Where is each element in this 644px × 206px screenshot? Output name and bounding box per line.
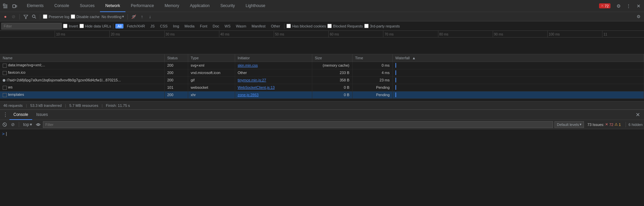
tick-50ms: 50 ms (274, 31, 284, 38)
tab-memory[interactable]: Memory (159, 0, 184, 12)
close-devtools-icon[interactable]: ✕ (635, 2, 643, 10)
col-header-size[interactable]: Size (312, 54, 352, 62)
table-row[interactable]: templates200xhrzone.js:28630 BPending (0, 91, 644, 98)
blocked-requests-label[interactable]: Blocked Requests (327, 24, 363, 28)
dot-icon (3, 79, 5, 82)
network-settings-button[interactable]: ⚙ (635, 13, 642, 20)
console-menu-icon[interactable]: ⋮ (1, 111, 9, 119)
hide-data-urls-label[interactable]: Hide data URLs (79, 24, 111, 28)
has-blocked-cookies-label[interactable]: Has blocked cookies (286, 24, 326, 28)
console-stop-button[interactable]: ⊘ (9, 121, 16, 128)
upload-har-button[interactable]: ↑ (139, 13, 145, 20)
table-row[interactable]: favicon.ico200vnd.microsoft.iconOther233… (0, 69, 644, 76)
tab-console[interactable]: Console (49, 0, 74, 12)
record-button[interactable]: ● (2, 13, 9, 20)
cell-initiator[interactable]: skin.min.css (235, 62, 312, 69)
third-party-checkbox[interactable] (364, 24, 369, 28)
timeline-ruler: 10 ms 20 ms 30 ms 40 ms 50 ms 60 ms 70 m… (0, 31, 644, 38)
download-har-button[interactable]: ↓ (147, 13, 153, 20)
hidden-count: 6 hidden (629, 123, 643, 127)
preserve-log-checkbox[interactable] (43, 14, 47, 19)
tab-performance[interactable]: Performance (125, 0, 159, 12)
invert-label[interactable]: Invert (63, 24, 78, 28)
cell-type: gif (188, 76, 235, 84)
network-table-container[interactable]: Name Status Type Initiator Size (0, 54, 644, 101)
console-tab-console[interactable]: Console (9, 110, 32, 120)
tab-network[interactable]: Network (100, 0, 125, 12)
col-header-initiator[interactable]: Initiator (235, 54, 312, 62)
throttle-dropdown[interactable]: No throttling ▾ (101, 14, 125, 19)
hide-data-urls-checkbox[interactable] (79, 24, 84, 28)
default-levels-dropdown[interactable]: Default levels ▾ (554, 121, 584, 128)
console-cursor[interactable]: | (6, 131, 7, 136)
filter-manifest-button[interactable]: Manifest (250, 24, 268, 28)
search-button[interactable] (31, 13, 37, 20)
filter-other-button[interactable]: Other (269, 24, 282, 28)
chevron-down-icon: ▾ (122, 14, 124, 19)
col-header-name[interactable]: Name (0, 54, 164, 62)
filter-font-button[interactable]: Font (198, 24, 209, 28)
filter-wasm-button[interactable]: Wasm (234, 24, 248, 28)
cell-time: Pending (352, 84, 392, 91)
cell-name: i?aid=2di8j6pg7a9um1bq6sjoma8vov8b0g7gzx… (0, 76, 164, 84)
filter-button[interactable] (22, 13, 29, 20)
has-blocked-cookies-checkbox[interactable] (286, 24, 291, 28)
filter-ws-button[interactable]: WS (223, 24, 233, 28)
tab-application[interactable]: Application (184, 0, 215, 12)
disable-cache-label[interactable]: Disable cache (71, 14, 100, 19)
filter-media-button[interactable]: Media (182, 24, 197, 28)
preserve-log-label[interactable]: Preserve log (43, 14, 69, 19)
filter-img-button[interactable]: Img (171, 24, 181, 28)
row-checkbox-icon[interactable] (3, 71, 7, 75)
cell-initiator[interactable]: WebSocketClient.js:13 (235, 84, 312, 91)
tab-security[interactable]: Security (215, 0, 240, 12)
table-row[interactable]: i?aid=2di8j6pg7a9um1bq6sjoma8vov8b0g7gzx… (0, 76, 644, 84)
tab-elements[interactable]: Elements (21, 0, 49, 12)
clear-console-button[interactable] (1, 121, 8, 128)
cell-initiator[interactable]: zone.js:2863 (235, 91, 312, 98)
filter-all-button[interactable]: All (115, 24, 123, 28)
tick-30ms: 30 ms (164, 31, 175, 38)
inspect-element-icon[interactable] (1, 2, 9, 10)
cell-time: Pending (352, 91, 392, 98)
blocked-requests-checkbox[interactable] (327, 24, 332, 28)
warning-icon: ⚠ (614, 122, 618, 127)
cell-initiator[interactable]: tinymce.min.js:27 (235, 76, 312, 84)
disable-cache-checkbox[interactable] (71, 14, 75, 19)
col-header-time[interactable]: Time (352, 54, 392, 62)
cell-name: templates (0, 91, 164, 98)
table-row[interactable]: ws101websocketWebSocketClient.js:130 BPe… (0, 84, 644, 91)
tab-lighthouse[interactable]: Lighthouse (240, 0, 271, 12)
device-toggle-icon[interactable] (11, 2, 19, 10)
row-checkbox-icon[interactable] (3, 86, 7, 90)
console-tab-issues[interactable]: Issues (32, 110, 52, 120)
console-eye-button[interactable] (35, 121, 42, 128)
console-context-selector[interactable]: top ▾ (22, 121, 34, 128)
row-checkbox-icon[interactable] (3, 64, 7, 68)
invert-checkbox[interactable] (63, 24, 67, 28)
filter-fetch-xhr-button[interactable]: Fetch/XHR (125, 24, 147, 28)
col-header-type[interactable]: Type (188, 54, 235, 62)
wifi-icon[interactable] (130, 13, 137, 20)
col-header-status[interactable]: Status (164, 54, 188, 62)
cell-status: 200 (164, 62, 188, 69)
console-filter-input[interactable] (43, 121, 553, 128)
third-party-label[interactable]: 3rd-party requests (364, 24, 400, 28)
error-count-badge: ✕ 72 (599, 3, 610, 8)
toolbar-separator-2 (40, 14, 40, 19)
close-console-icon[interactable]: ✕ (633, 112, 643, 118)
filter-separator-2 (284, 23, 284, 29)
tab-sources[interactable]: Sources (74, 0, 100, 12)
filter-css-button[interactable]: CSS (158, 24, 170, 28)
stop-recording-button[interactable]: ⊘ (10, 13, 17, 20)
more-options-icon[interactable]: ⋮ (625, 2, 633, 10)
filter-js-button[interactable]: JS (148, 24, 157, 28)
settings-icon[interactable]: ⚙ (614, 2, 623, 10)
row-checkbox-icon[interactable] (3, 93, 7, 97)
col-header-waterfall[interactable]: Waterfall ▲ (392, 54, 644, 62)
waterfall-bar (395, 63, 396, 68)
filter-input[interactable] (1, 23, 62, 29)
table-row[interactable]: data:image/svg+xml;...200svg+xmlskin.min… (0, 62, 644, 69)
filter-doc-button[interactable]: Doc (211, 24, 221, 28)
cell-size: 0 B (312, 84, 352, 91)
